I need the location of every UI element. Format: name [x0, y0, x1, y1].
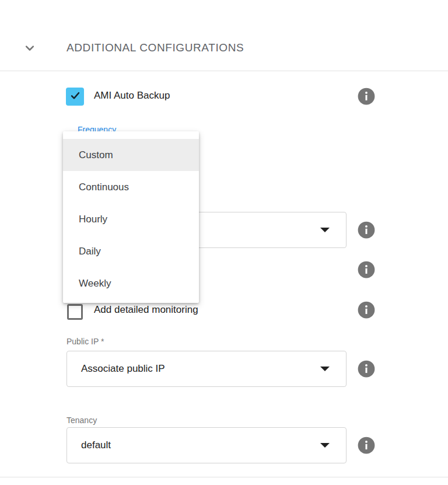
divider — [0, 71, 448, 71]
caret-down-icon — [320, 443, 330, 448]
additional-configurations-panel: ADDITIONAL CONFIGURATIONS AMI Auto Backu… — [0, 0, 448, 485]
caret-down-icon — [320, 228, 330, 232]
checkmark-icon — [69, 89, 82, 104]
menu-item-daily[interactable]: Daily — [63, 235, 199, 267]
public-ip-value: Associate public IP — [81, 363, 165, 375]
tenancy-label: Tenancy — [66, 416, 97, 425]
public-ip-select[interactable]: Associate public IP — [66, 351, 346, 387]
info-icon[interactable] — [358, 221, 375, 239]
chevron-down-icon[interactable] — [22, 40, 38, 56]
public-ip-label: Public IP * — [66, 337, 104, 346]
tenancy-select[interactable]: default — [66, 427, 346, 463]
info-icon[interactable] — [358, 261, 375, 278]
divider — [0, 477, 448, 477]
info-icon[interactable] — [358, 437, 375, 454]
info-icon[interactable] — [358, 360, 375, 378]
section-title: ADDITIONAL CONFIGURATIONS — [66, 41, 244, 54]
menu-item-custom[interactable]: Custom — [63, 139, 199, 171]
tenancy-value: default — [81, 439, 111, 451]
info-icon[interactable] — [358, 301, 375, 319]
menu-item-continuous[interactable]: Continuous — [63, 171, 199, 203]
ami-auto-backup-checkbox[interactable] — [66, 88, 84, 106]
ami-auto-backup-label: AMI Auto Backup — [94, 90, 170, 102]
menu-item-hourly[interactable]: Hourly — [63, 203, 199, 235]
info-icon[interactable] — [358, 88, 375, 105]
menu-item-weekly[interactable]: Weekly — [63, 267, 199, 299]
caret-down-icon — [320, 367, 330, 371]
add-detailed-monitoring-checkbox[interactable] — [67, 304, 83, 320]
frequency-dropdown-menu: Custom Continuous Hourly Daily Weekly — [63, 131, 199, 303]
add-detailed-monitoring-label: Add detailed monitoring — [94, 304, 198, 316]
